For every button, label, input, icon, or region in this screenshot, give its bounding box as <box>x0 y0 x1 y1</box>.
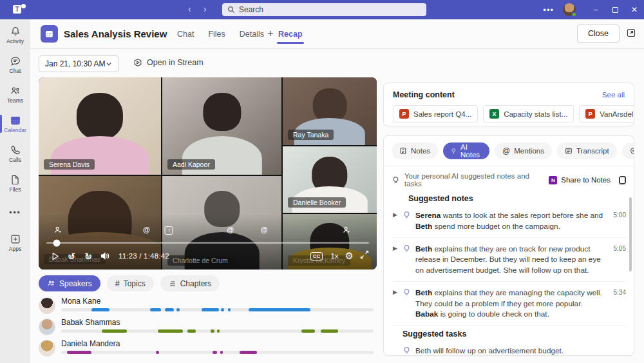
tab-chat[interactable]: Chat <box>177 30 194 44</box>
closed-captions-button[interactable]: CC <box>310 252 323 260</box>
file-chip[interactable]: P Sales report Q4... <box>393 105 478 123</box>
participant-name-label: Ray Tanaka <box>288 130 334 140</box>
see-all-link[interactable]: See all <box>602 91 625 99</box>
sidebar-item-calendar[interactable]: Calendar <box>0 110 30 138</box>
speaker-timeline[interactable] <box>61 308 374 311</box>
search-input[interactable]: Search <box>222 3 426 16</box>
share-to-notes-button[interactable]: N Share to Notes <box>549 176 611 184</box>
onenote-icon: N <box>549 176 557 184</box>
meeting-tabs: Chat Files Details Recap <box>177 30 303 44</box>
tab-ai-notes[interactable]: AI Notes <box>443 142 489 159</box>
note-timestamp[interactable]: 5:34 <box>611 289 626 296</box>
seek-bar[interactable] <box>46 242 369 244</box>
sidebar-item-activity[interactable]: Activity <box>0 21 30 49</box>
speaker-timeline[interactable] <box>61 329 374 333</box>
suggested-notes-heading: Suggested notes <box>408 194 626 203</box>
sidebar-item-calls[interactable]: Calls <box>0 139 30 168</box>
maximize-button[interactable] <box>605 0 625 19</box>
people-icon <box>47 279 55 288</box>
suggested-note[interactable]: ▶ Serena wants to look at the sales repo… <box>393 208 626 238</box>
speaker-name: Mona Kane <box>61 297 100 306</box>
panel-divider <box>384 166 634 166</box>
seek-knob[interactable] <box>53 239 61 246</box>
expand-caret-icon[interactable]: ▶ <box>393 244 398 253</box>
sidebar-item-teams[interactable]: Teams <box>0 80 30 108</box>
presence-available-icon <box>571 12 577 17</box>
play-button[interactable] <box>46 248 63 264</box>
suggested-note[interactable]: ▶ Beth explains that they are managing t… <box>393 286 626 326</box>
lightbulb-icon <box>402 288 411 297</box>
note-timestamp[interactable]: 5:00 <box>611 211 626 219</box>
tab-notes[interactable]: Notes <box>392 142 438 159</box>
popout-icon[interactable] <box>626 28 636 41</box>
tab-recap[interactable]: Recap <box>278 30 303 44</box>
playback-speed-button[interactable]: 1x <box>330 252 338 260</box>
note-timestamp[interactable]: 5:05 <box>611 245 626 252</box>
sidebar-item-apps[interactable]: Apps <box>0 228 30 257</box>
recording-date-dropdown[interactable]: Jan 21, 10:30 AM <box>39 55 118 72</box>
open-in-stream-button[interactable]: Open in Stream <box>133 58 204 67</box>
tab-files[interactable]: Files <box>208 30 225 44</box>
rewind-10-button[interactable]: ↺10 <box>63 248 80 264</box>
filter-speakers[interactable]: Speakers <box>39 275 100 291</box>
share-marker-icon[interactable]: ↑ <box>165 226 173 235</box>
chat-icon <box>10 55 21 67</box>
chat-bubble-icon <box>630 147 634 155</box>
lightbulb-icon <box>402 346 411 355</box>
forward-10-button[interactable]: ↻10 <box>80 248 97 264</box>
file-chip[interactable]: P VanArsdelPitchDe... <box>579 105 634 123</box>
fullscreen-button[interactable] <box>360 250 369 262</box>
app-sidebar: Activity Chat Teams Calendar Calls Files… <box>0 19 30 363</box>
expand-caret-icon[interactable]: ▶ <box>393 210 398 220</box>
panel-scrollbar[interactable] <box>629 197 632 271</box>
suggested-note[interactable]: ▶ Beth explains that they are on track f… <box>393 242 626 282</box>
main-region: Sales Analysis Review Chat Files Details… <box>30 19 644 363</box>
powerpoint-file-icon: P <box>585 109 595 119</box>
expand-caret-icon[interactable]: ▶ <box>393 288 398 297</box>
close-window-button[interactable]: ✕ <box>625 0 644 19</box>
lightbulb-icon <box>451 147 457 155</box>
search-icon <box>227 6 235 14</box>
timeline-markers: @ ↑ @ @ <box>46 226 369 236</box>
people-icon <box>10 85 21 97</box>
back-icon[interactable]: ‹ <box>188 3 191 15</box>
suggested-task[interactable]: Beth will follow up on advertisement bud… <box>402 344 626 356</box>
tab-chat[interactable]: Chat <box>622 142 634 159</box>
sidebar-item-chat[interactable]: Chat <box>0 50 30 79</box>
volume-button[interactable] <box>97 248 113 264</box>
user-avatar[interactable] <box>563 3 576 16</box>
mention-marker-icon[interactable]: @ <box>143 226 150 233</box>
settings-gear-icon[interactable]: ⚙ <box>345 250 354 262</box>
file-chip[interactable]: X Capacity stats list... <box>483 105 574 123</box>
more-options-icon[interactable]: ••• <box>543 5 554 15</box>
recap-filters: Speakers # Topics Chapters <box>39 275 220 291</box>
note-text: Beth explains that they are on track for… <box>415 244 606 276</box>
sidebar-item-more[interactable]: ••• <box>0 199 30 227</box>
task-text: Beth will follow up on advertisement bud… <box>415 346 626 356</box>
copy-icon[interactable] <box>619 176 626 184</box>
calendar-icon <box>10 115 21 126</box>
add-tab-button[interactable]: + <box>267 27 274 40</box>
tab-details[interactable]: Details <box>240 30 264 44</box>
minimize-button[interactable]: – <box>586 0 605 19</box>
speaker-timeline[interactable] <box>61 351 374 354</box>
speaker-marker-icon[interactable] <box>53 226 62 235</box>
recording-video-player[interactable]: Serena Davis Aadi Kapoor Ray Tanaka Dani… <box>39 77 377 270</box>
lightbulb-icon <box>402 244 411 253</box>
speakers-timeline-list: Mona Kane Babak Shammas Daniela Mandera <box>39 295 377 359</box>
meeting-content-card: Meeting content See all P Sales report Q… <box>383 83 634 126</box>
filter-topics[interactable]: # Topics <box>107 275 154 291</box>
filter-chapters[interactable]: Chapters <box>160 275 220 291</box>
ai-banner: Your personal AI suggested notes and tas… <box>392 172 626 188</box>
forward-icon[interactable]: › <box>204 3 207 15</box>
close-button[interactable]: Close <box>577 25 620 43</box>
sidebar-item-files[interactable]: Files <box>0 169 30 197</box>
tab-mentions[interactable]: @ Mentions <box>495 142 552 159</box>
search-placeholder: Search <box>239 5 263 14</box>
mention-marker-icon[interactable]: @ <box>227 226 234 233</box>
mention-marker-icon[interactable]: @ <box>261 226 268 233</box>
notes-icon <box>399 147 407 155</box>
notes-panel-tabs: Notes AI Notes @ Mentions Transcript Cha… <box>392 142 626 159</box>
speaker-marker-icon[interactable] <box>342 226 350 235</box>
tab-transcript[interactable]: Transcript <box>557 142 617 159</box>
